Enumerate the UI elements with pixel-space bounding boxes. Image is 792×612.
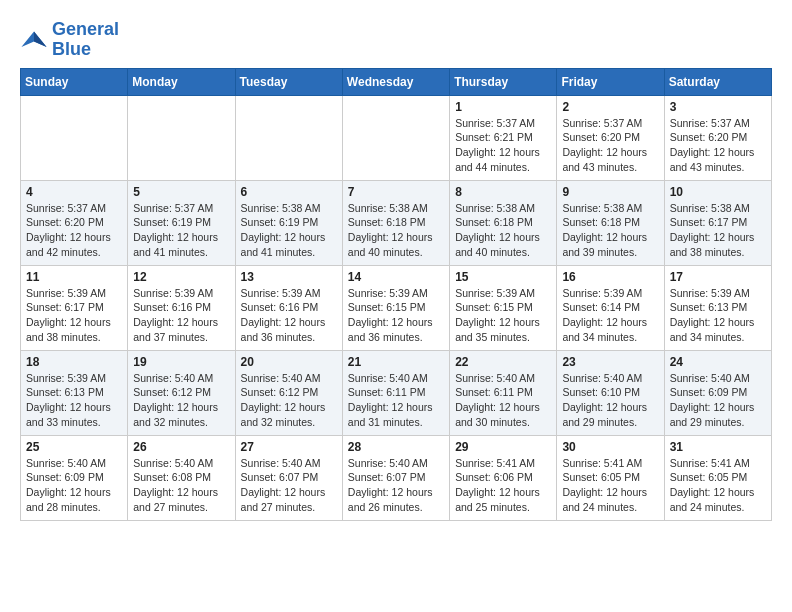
logo-icon — [20, 26, 48, 54]
day-info: Sunrise: 5:39 AM Sunset: 6:13 PM Dayligh… — [26, 371, 122, 430]
day-info: Sunrise: 5:40 AM Sunset: 6:11 PM Dayligh… — [455, 371, 551, 430]
calendar-cell: 9Sunrise: 5:38 AM Sunset: 6:18 PM Daylig… — [557, 180, 664, 265]
day-number: 13 — [241, 270, 337, 284]
calendar-cell: 29Sunrise: 5:41 AM Sunset: 6:06 PM Dayli… — [450, 435, 557, 520]
calendar-cell: 30Sunrise: 5:41 AM Sunset: 6:05 PM Dayli… — [557, 435, 664, 520]
day-info: Sunrise: 5:38 AM Sunset: 6:18 PM Dayligh… — [562, 201, 658, 260]
day-number: 15 — [455, 270, 551, 284]
weekday-header-tuesday: Tuesday — [235, 68, 342, 95]
day-info: Sunrise: 5:37 AM Sunset: 6:19 PM Dayligh… — [133, 201, 229, 260]
day-number: 20 — [241, 355, 337, 369]
calendar-week-row: 18Sunrise: 5:39 AM Sunset: 6:13 PM Dayli… — [21, 350, 772, 435]
calendar-cell: 4Sunrise: 5:37 AM Sunset: 6:20 PM Daylig… — [21, 180, 128, 265]
calendar-cell: 16Sunrise: 5:39 AM Sunset: 6:14 PM Dayli… — [557, 265, 664, 350]
day-info: Sunrise: 5:39 AM Sunset: 6:16 PM Dayligh… — [133, 286, 229, 345]
day-number: 10 — [670, 185, 766, 199]
day-number: 3 — [670, 100, 766, 114]
day-number: 9 — [562, 185, 658, 199]
day-number: 19 — [133, 355, 229, 369]
day-info: Sunrise: 5:40 AM Sunset: 6:12 PM Dayligh… — [241, 371, 337, 430]
calendar-cell: 28Sunrise: 5:40 AM Sunset: 6:07 PM Dayli… — [342, 435, 449, 520]
day-number: 8 — [455, 185, 551, 199]
calendar-cell: 3Sunrise: 5:37 AM Sunset: 6:20 PM Daylig… — [664, 95, 771, 180]
calendar-cell: 24Sunrise: 5:40 AM Sunset: 6:09 PM Dayli… — [664, 350, 771, 435]
calendar-cell: 5Sunrise: 5:37 AM Sunset: 6:19 PM Daylig… — [128, 180, 235, 265]
day-info: Sunrise: 5:39 AM Sunset: 6:14 PM Dayligh… — [562, 286, 658, 345]
calendar-cell: 17Sunrise: 5:39 AM Sunset: 6:13 PM Dayli… — [664, 265, 771, 350]
day-info: Sunrise: 5:41 AM Sunset: 6:06 PM Dayligh… — [455, 456, 551, 515]
day-number: 14 — [348, 270, 444, 284]
logo: GeneralBlue — [20, 20, 119, 60]
day-info: Sunrise: 5:40 AM Sunset: 6:09 PM Dayligh… — [670, 371, 766, 430]
day-info: Sunrise: 5:38 AM Sunset: 6:18 PM Dayligh… — [455, 201, 551, 260]
calendar-cell: 6Sunrise: 5:38 AM Sunset: 6:19 PM Daylig… — [235, 180, 342, 265]
day-number: 24 — [670, 355, 766, 369]
day-info: Sunrise: 5:39 AM Sunset: 6:16 PM Dayligh… — [241, 286, 337, 345]
day-number: 30 — [562, 440, 658, 454]
day-number: 22 — [455, 355, 551, 369]
day-info: Sunrise: 5:37 AM Sunset: 6:20 PM Dayligh… — [562, 116, 658, 175]
calendar-cell — [21, 95, 128, 180]
day-info: Sunrise: 5:37 AM Sunset: 6:20 PM Dayligh… — [670, 116, 766, 175]
svg-marker-1 — [34, 31, 47, 46]
calendar-cell — [342, 95, 449, 180]
day-info: Sunrise: 5:39 AM Sunset: 6:15 PM Dayligh… — [455, 286, 551, 345]
day-info: Sunrise: 5:40 AM Sunset: 6:09 PM Dayligh… — [26, 456, 122, 515]
day-number: 7 — [348, 185, 444, 199]
day-info: Sunrise: 5:38 AM Sunset: 6:18 PM Dayligh… — [348, 201, 444, 260]
calendar-table: SundayMondayTuesdayWednesdayThursdayFrid… — [20, 68, 772, 521]
calendar-cell: 25Sunrise: 5:40 AM Sunset: 6:09 PM Dayli… — [21, 435, 128, 520]
day-number: 25 — [26, 440, 122, 454]
day-info: Sunrise: 5:37 AM Sunset: 6:21 PM Dayligh… — [455, 116, 551, 175]
day-info: Sunrise: 5:40 AM Sunset: 6:12 PM Dayligh… — [133, 371, 229, 430]
day-number: 23 — [562, 355, 658, 369]
day-info: Sunrise: 5:38 AM Sunset: 6:17 PM Dayligh… — [670, 201, 766, 260]
weekday-header-thursday: Thursday — [450, 68, 557, 95]
day-info: Sunrise: 5:37 AM Sunset: 6:20 PM Dayligh… — [26, 201, 122, 260]
calendar-cell — [128, 95, 235, 180]
calendar-week-row: 25Sunrise: 5:40 AM Sunset: 6:09 PM Dayli… — [21, 435, 772, 520]
calendar-cell: 7Sunrise: 5:38 AM Sunset: 6:18 PM Daylig… — [342, 180, 449, 265]
weekday-header-monday: Monday — [128, 68, 235, 95]
day-info: Sunrise: 5:40 AM Sunset: 6:11 PM Dayligh… — [348, 371, 444, 430]
day-number: 4 — [26, 185, 122, 199]
day-number: 21 — [348, 355, 444, 369]
weekday-header-wednesday: Wednesday — [342, 68, 449, 95]
calendar-cell: 21Sunrise: 5:40 AM Sunset: 6:11 PM Dayli… — [342, 350, 449, 435]
day-info: Sunrise: 5:40 AM Sunset: 6:07 PM Dayligh… — [348, 456, 444, 515]
calendar-week-row: 11Sunrise: 5:39 AM Sunset: 6:17 PM Dayli… — [21, 265, 772, 350]
day-number: 16 — [562, 270, 658, 284]
day-info: Sunrise: 5:40 AM Sunset: 6:10 PM Dayligh… — [562, 371, 658, 430]
day-info: Sunrise: 5:41 AM Sunset: 6:05 PM Dayligh… — [562, 456, 658, 515]
day-number: 27 — [241, 440, 337, 454]
day-number: 12 — [133, 270, 229, 284]
day-number: 28 — [348, 440, 444, 454]
day-number: 1 — [455, 100, 551, 114]
calendar-cell: 10Sunrise: 5:38 AM Sunset: 6:17 PM Dayli… — [664, 180, 771, 265]
calendar-cell: 19Sunrise: 5:40 AM Sunset: 6:12 PM Dayli… — [128, 350, 235, 435]
calendar-cell: 23Sunrise: 5:40 AM Sunset: 6:10 PM Dayli… — [557, 350, 664, 435]
calendar-cell: 22Sunrise: 5:40 AM Sunset: 6:11 PM Dayli… — [450, 350, 557, 435]
calendar-cell: 11Sunrise: 5:39 AM Sunset: 6:17 PM Dayli… — [21, 265, 128, 350]
day-number: 18 — [26, 355, 122, 369]
day-number: 6 — [241, 185, 337, 199]
calendar-cell: 27Sunrise: 5:40 AM Sunset: 6:07 PM Dayli… — [235, 435, 342, 520]
calendar-cell: 15Sunrise: 5:39 AM Sunset: 6:15 PM Dayli… — [450, 265, 557, 350]
weekday-header-saturday: Saturday — [664, 68, 771, 95]
weekday-header-friday: Friday — [557, 68, 664, 95]
day-number: 2 — [562, 100, 658, 114]
day-info: Sunrise: 5:39 AM Sunset: 6:15 PM Dayligh… — [348, 286, 444, 345]
calendar-week-row: 1Sunrise: 5:37 AM Sunset: 6:21 PM Daylig… — [21, 95, 772, 180]
calendar-cell: 31Sunrise: 5:41 AM Sunset: 6:05 PM Dayli… — [664, 435, 771, 520]
day-info: Sunrise: 5:41 AM Sunset: 6:05 PM Dayligh… — [670, 456, 766, 515]
logo-text: GeneralBlue — [52, 20, 119, 60]
day-info: Sunrise: 5:39 AM Sunset: 6:13 PM Dayligh… — [670, 286, 766, 345]
day-number: 31 — [670, 440, 766, 454]
calendar-cell: 14Sunrise: 5:39 AM Sunset: 6:15 PM Dayli… — [342, 265, 449, 350]
page-header: GeneralBlue — [20, 20, 772, 60]
day-info: Sunrise: 5:39 AM Sunset: 6:17 PM Dayligh… — [26, 286, 122, 345]
day-number: 5 — [133, 185, 229, 199]
calendar-body: 1Sunrise: 5:37 AM Sunset: 6:21 PM Daylig… — [21, 95, 772, 520]
calendar-cell: 18Sunrise: 5:39 AM Sunset: 6:13 PM Dayli… — [21, 350, 128, 435]
calendar-week-row: 4Sunrise: 5:37 AM Sunset: 6:20 PM Daylig… — [21, 180, 772, 265]
